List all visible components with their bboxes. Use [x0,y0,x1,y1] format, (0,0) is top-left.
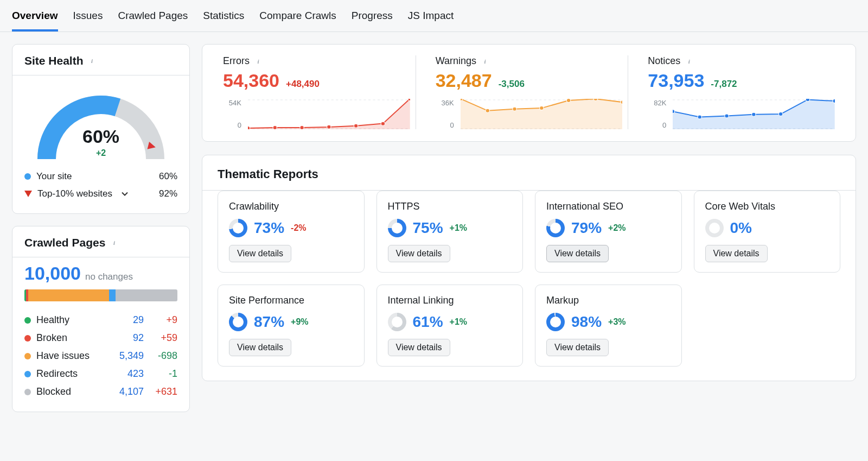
view-details-button[interactable]: View details [546,339,609,356]
report-markup: Markup 98% +3% View details [535,285,682,367]
metric-errors: Errorsi 54,360 +48,490 54K0 [218,55,416,129]
info-icon[interactable]: i [481,57,489,66]
svg-point-24 [752,112,756,116]
report-percent: 87% [254,313,284,331]
crawled-row-healthy[interactable]: Healthy 29 +9 [24,311,177,329]
report-international-seo: International SEO 79% +2% View details [535,191,682,273]
metric-warnings: Warningsi 32,487 -3,506 36K0 [416,55,628,129]
crawled-row-blocked[interactable]: Blocked 4,107 +631 [24,383,177,401]
view-details-button[interactable]: View details [229,245,291,262]
view-details-button[interactable]: View details [388,245,450,262]
report-https: HTTPS 75% +1% View details [376,191,524,273]
tab-overview[interactable]: Overview [12,0,58,31]
tab-issues[interactable]: Issues [73,0,103,31]
report-title: Internal Linking [388,295,512,306]
tab-statistics[interactable]: Statistics [203,0,244,31]
crawled-title: Crawled Pages [24,236,105,249]
donut-icon [388,219,406,237]
report-percent: 75% [413,219,443,237]
sparkline [673,99,835,129]
view-details-button[interactable]: View details [546,245,609,262]
svg-point-8 [381,122,385,125]
metric-delta: -7,872 [711,79,737,90]
view-details-button[interactable]: View details [705,245,768,262]
report-delta: +2% [608,223,626,233]
crawled-row-redirects[interactable]: Redirects 423 -1 [24,365,177,383]
svg-point-5 [300,125,304,129]
bar-seg-blocked[interactable] [116,289,177,301]
report-title: Markup [546,295,671,306]
bar-seg-redirects[interactable] [109,289,116,301]
report-core-web-vitals: Core Web Vitals 0% View details [694,191,841,273]
report-internal-linking: Internal Linking 61% +1% View details [376,285,524,367]
site-health-card: Site Health i 60% +2 [12,44,190,214]
report-delta: +3% [608,317,626,327]
info-icon[interactable]: i [254,57,263,66]
view-details-button[interactable]: View details [229,339,291,356]
metric-delta: +48,490 [286,79,320,90]
bar-seg-have-issues[interactable] [28,289,109,301]
gauge-delta: +2 [30,148,171,158]
info-icon[interactable]: i [88,56,97,65]
svg-point-21 [673,110,675,113]
sparkline [461,99,623,129]
donut-icon [388,313,406,331]
site-health-title: Site Health [24,54,84,67]
report-title: Site Performance [229,295,353,306]
report-site-performance: Site Performance 87% +9% View details [218,285,365,367]
triangle-down-icon [24,191,32,197]
crawled-change: no changes [85,271,133,282]
svg-point-16 [566,99,570,103]
svg-point-18 [621,100,623,104]
donut-icon [229,219,247,237]
metric-delta: -3,506 [499,79,525,90]
crawled-row-broken[interactable]: Broken 92 +59 [24,329,177,347]
crawled-row-have-issues[interactable]: Have issues 5,349 -698 [24,347,177,365]
tab-compare-crawls[interactable]: Compare Crawls [259,0,336,31]
chevron-down-icon [121,190,129,198]
svg-point-15 [539,106,543,110]
dot-icon [24,317,31,324]
report-percent: 98% [571,313,602,331]
svg-point-14 [512,107,516,111]
dot-icon [24,353,31,359]
view-details-button[interactable]: View details [388,339,450,356]
report-percent: 79% [571,219,602,237]
report-percent: 73% [254,219,284,237]
svg-point-13 [486,109,489,112]
tab-js-impact[interactable]: JS Impact [408,0,454,31]
info-icon[interactable]: i [685,57,693,66]
tabs: OverviewIssuesCrawled PagesStatisticsCom… [0,0,868,32]
report-percent: 61% [413,313,443,331]
sparkline [248,99,410,129]
svg-point-4 [273,125,277,129]
crawled-stacked-bar [24,289,177,301]
svg-point-25 [779,112,783,116]
thematic-reports-card: Thematic Reports Crawlability 73% -2% Vi… [202,155,856,381]
dot-icon [24,371,31,377]
svg-point-17 [593,99,597,101]
crawled-pages-card: Crawled Pages i 10,000 no changes Health… [12,226,190,412]
legend-your-site: Your site 60% [24,168,177,185]
report-delta: +9% [291,317,308,327]
donut-icon [546,313,565,331]
report-crawlability: Crawlability 73% -2% View details [218,191,365,273]
legend-top10[interactable]: Top-10% websites 92% [24,185,177,203]
info-icon[interactable]: i [110,238,118,247]
svg-point-27 [833,99,835,103]
donut-icon [229,313,247,331]
crawled-total: 10,000 [24,263,81,284]
tab-crawled-pages[interactable]: Crawled Pages [118,0,188,31]
report-delta: +1% [450,317,467,327]
report-delta: -2% [291,223,306,233]
thematic-title: Thematic Reports [202,155,856,190]
metrics-card: Errorsi 54,360 +48,490 54K0 Warningsi 32… [202,44,856,142]
svg-point-23 [725,114,729,118]
svg-point-6 [327,125,331,129]
svg-point-7 [354,124,358,128]
donut-icon [705,219,724,237]
report-percent: 0% [730,219,752,237]
dot-icon [24,389,31,395]
dot-icon [24,335,31,342]
tab-progress[interactable]: Progress [352,0,393,31]
